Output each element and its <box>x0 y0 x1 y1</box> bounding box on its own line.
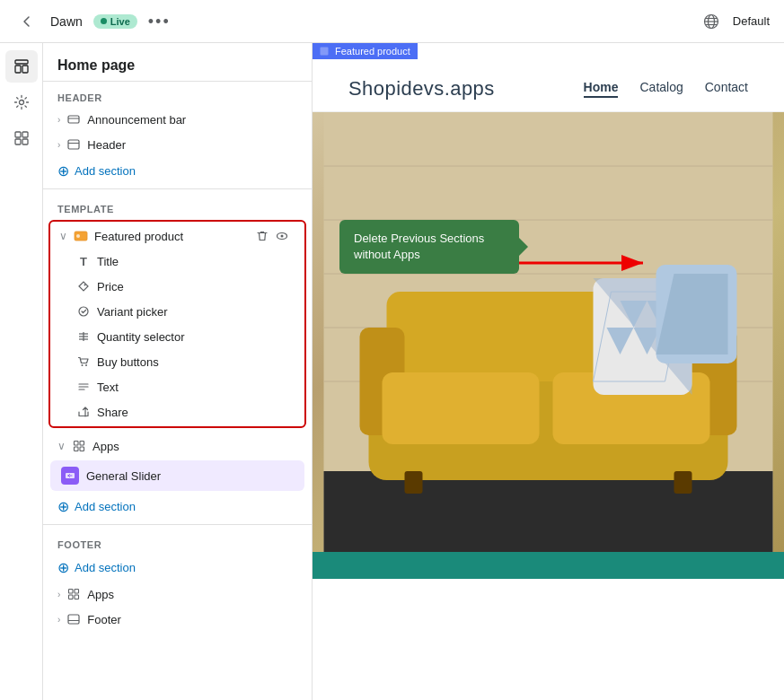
page-title: Home page <box>57 57 297 74</box>
svg-point-22 <box>79 307 88 316</box>
svg-rect-11 <box>15 139 21 144</box>
svg-rect-15 <box>68 140 79 149</box>
sidebar-content: Header › Announcement bar › <box>43 82 312 700</box>
footer-chevron-icon: › <box>57 615 60 625</box>
featured-product-delete-button[interactable] <box>254 228 270 244</box>
svg-rect-37 <box>69 590 74 594</box>
featured-product-eye-button[interactable] <box>274 228 290 244</box>
svg-rect-33 <box>80 442 84 446</box>
svg-point-28 <box>85 364 87 366</box>
featured-badge-label: Featured product <box>335 46 410 57</box>
sidebar-item-footer-apps[interactable]: › Apps <box>43 582 312 607</box>
store-name: Dawn <box>50 14 83 29</box>
back-button[interactable] <box>14 9 40 34</box>
apps-label: Apps <box>92 440 297 453</box>
topbar-left: Dawn Live ••• <box>14 9 171 34</box>
live-badge: Live <box>93 14 137 29</box>
featured-product-label: Featured product <box>94 230 249 243</box>
sidebar-item-share[interactable]: Share <box>50 399 304 424</box>
globe-icon[interactable] <box>699 9 724 34</box>
icon-bar <box>0 43 43 700</box>
svg-rect-43 <box>321 48 329 56</box>
sidebar-item-header[interactable]: › Header <box>43 132 312 157</box>
svg-rect-59 <box>674 471 692 494</box>
svg-point-18 <box>76 234 80 238</box>
svg-rect-35 <box>80 447 84 451</box>
text-icon <box>75 379 92 395</box>
sidebar-item-text[interactable]: Text <box>50 374 304 399</box>
quantity-selector-icon <box>75 328 92 345</box>
footer-label: Footer <box>87 613 297 626</box>
website-preview: Featured product Shopidevs.apps Home Cat… <box>313 43 784 700</box>
website-header: Shopidevs.apps Home Catalog Contact <box>313 66 784 112</box>
sidebar-item-footer[interactable]: › Footer <box>43 607 312 632</box>
sidebar-item-title[interactable]: T Title <box>50 249 304 274</box>
chevron-right-icon-2: › <box>57 140 60 150</box>
topbar-more-button[interactable]: ••• <box>148 13 171 30</box>
svg-point-20 <box>281 235 284 238</box>
nav-contact[interactable]: Contact <box>705 80 748 98</box>
sidebar-item-general-slider[interactable]: General Slider <box>50 460 304 491</box>
variant-picker-icon <box>75 303 92 319</box>
callout-tooltip: Delete Previous Sections without Apps <box>339 220 519 274</box>
apps-plus-circle-icon: ⊕ <box>57 498 69 515</box>
footer-add-section-button[interactable]: ⊕ Add section <box>43 554 312 582</box>
title-icon: T <box>75 253 92 269</box>
topbar: Dawn Live ••• Default <box>0 0 784 43</box>
sidebar: Home page Header › Announcement bar › <box>43 43 313 700</box>
sidebar-item-price[interactable]: Price <box>50 274 304 299</box>
price-label: Price <box>97 280 290 293</box>
template-section-title: Template <box>43 193 312 218</box>
svg-rect-40 <box>75 595 79 599</box>
svg-rect-34 <box>75 447 79 451</box>
sidebar-item-variant-picker[interactable]: Variant picker <box>50 299 304 324</box>
sidebar-item-quantity-selector[interactable]: Quantity selector <box>50 324 304 349</box>
sidebar-item-featured-product[interactable]: ∨ Featured product <box>50 223 304 249</box>
header-add-section-label: Add section <box>75 164 136 178</box>
svg-point-21 <box>84 284 86 286</box>
svg-rect-5 <box>15 60 28 64</box>
footer-apps-label: Apps <box>87 588 297 601</box>
featured-product-actions <box>254 228 290 244</box>
footer-add-section-label: Add section <box>75 561 136 574</box>
svg-rect-6 <box>15 66 21 73</box>
footer-apps-icon <box>66 586 82 602</box>
svg-rect-13 <box>68 116 79 123</box>
sidebar-item-announcement-bar[interactable]: › Announcement bar <box>43 107 312 132</box>
chevron-right-icon: › <box>57 115 60 125</box>
buy-buttons-icon <box>75 354 92 370</box>
footer-plus-circle-icon: ⊕ <box>57 559 69 576</box>
teal-bar <box>313 552 784 579</box>
svg-point-8 <box>19 101 23 105</box>
announcement-bar-icon <box>66 111 82 127</box>
share-icon <box>75 404 92 420</box>
icon-bar-apps[interactable] <box>5 122 38 154</box>
footer-icon <box>66 611 82 627</box>
header-section-title: Header <box>43 82 312 107</box>
nav-catalog[interactable]: Catalog <box>639 80 683 98</box>
topbar-right: Default <box>699 9 770 34</box>
icon-bar-sections[interactable] <box>5 50 38 83</box>
svg-rect-9 <box>15 132 21 137</box>
callout-text: Delete Previous Sections without Apps <box>354 232 484 261</box>
sidebar-header: Home page <box>43 43 312 82</box>
svg-rect-39 <box>69 595 74 599</box>
apps-chevron-down-icon: ∨ <box>57 440 66 452</box>
header-add-section-button[interactable]: ⊕ Add section <box>43 157 312 185</box>
sidebar-item-apps[interactable]: ∨ Apps <box>43 433 312 459</box>
svg-rect-56 <box>383 372 540 444</box>
svg-rect-32 <box>75 442 79 446</box>
nav-home[interactable]: Home <box>584 80 619 98</box>
quantity-selector-label: Quantity selector <box>97 330 290 344</box>
text-label: Text <box>97 381 290 394</box>
sidebar-item-buy-buttons[interactable]: Buy buttons <box>50 349 304 374</box>
svg-rect-58 <box>405 471 423 494</box>
icon-bar-settings[interactable] <box>5 86 38 118</box>
featured-product-badge: Featured product <box>313 43 418 59</box>
default-theme-label[interactable]: Default <box>733 14 770 28</box>
apps-add-section-label: Add section <box>75 500 136 513</box>
apps-add-section-button[interactable]: ⊕ Add section <box>43 493 312 521</box>
header-label: Header <box>87 138 297 152</box>
preview-pane: Featured product Shopidevs.apps Home Cat… <box>313 43 784 700</box>
product-image-area: Delete Previous Sections without Apps <box>313 112 784 579</box>
